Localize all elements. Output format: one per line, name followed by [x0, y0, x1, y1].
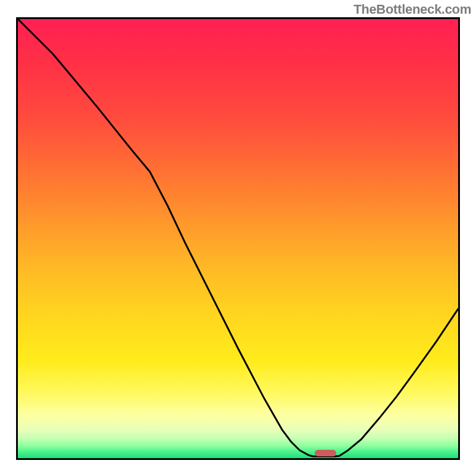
marker-pill [315, 450, 336, 456]
watermark-label: TheBottleneck.com [353, 2, 471, 17]
chart-container: TheBottleneck.com [0, 0, 476, 476]
plot-area [16, 17, 460, 460]
gradient-background [18, 19, 458, 458]
